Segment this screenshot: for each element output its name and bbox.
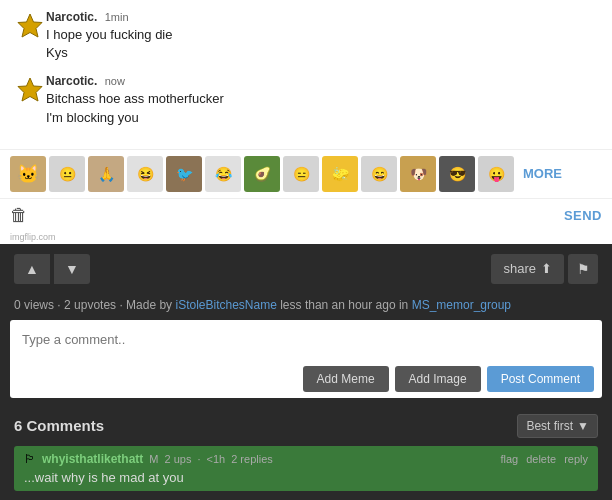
comment-meta: Narcotic. 1min [46,10,172,24]
comments-section: 6 Comments Best first ▼ 🏳 whyisthatliket… [0,406,612,500]
comment-body: Narcotic. now Bitchass hoe ass motherfuc… [46,74,224,126]
commenter-time-val: <1h [207,453,226,465]
commenter-username: whyisthatlikethatt [42,452,143,466]
share-label: share [503,261,536,276]
action-row: 🗑 SEND [0,199,612,232]
send-button[interactable]: SEND [564,208,602,223]
comment-text-line1: Bitchass hoe ass motherfucker [46,90,224,108]
emoji-dark[interactable]: 😎 [439,156,475,192]
emoji-bar: 🐱 😐 🙏 😆 🐦 😂 🥑 😑 🧽 😄 🐶 😎 😛 MORE [0,149,612,199]
comment-input[interactable] [10,320,602,360]
emoji-troll1[interactable]: 😐 [49,156,85,192]
emoji-avocado[interactable]: 🥑 [244,156,280,192]
highlighted-comment: 🏳 whyisthatlikethatt M 2 ups · <1h 2 rep… [14,446,598,491]
comment-username: Narcotic. [46,74,97,88]
delete-comment-link[interactable]: delete [526,453,556,465]
commenter-replies: 2 replies [231,453,273,465]
share-flag-group: share ⬆ ⚑ [491,254,598,284]
commenter-upvotes: 2 ups [165,453,192,465]
comment-time: now [105,75,125,87]
sort-dropdown[interactable]: Best first ▼ [517,414,598,438]
share-button[interactable]: share ⬆ [491,254,564,284]
emoji-bird[interactable]: 🐦 [166,156,202,192]
made-by-label: Made by [126,298,172,312]
share-icon: ⬆ [541,261,552,276]
stats-row: 0 views · 2 upvotes · Made by iStoleBitc… [0,294,612,320]
bottom-section: ▲ ▼ share ⬆ ⚑ 0 views · 2 upvotes · Made… [0,244,612,500]
comment-item: Narcotic. 1min I hope you fucking die Ky… [14,10,598,62]
commenter-rank: M [149,453,158,465]
svg-marker-0 [18,14,42,37]
comment-body: Narcotic. 1min I hope you fucking die Ky… [46,10,172,62]
commenter-time: · [197,453,200,465]
sort-label: Best first [526,419,573,433]
svg-marker-1 [18,78,42,101]
comment-buttons-row: Add Meme Add Image Post Comment [10,360,602,398]
emoji-jesus[interactable]: 🙏 [88,156,124,192]
comment-actions: flag delete reply [500,453,588,465]
emoji-troll4[interactable]: 😑 [283,156,319,192]
reply-comment-link[interactable]: reply [564,453,588,465]
trash-icon[interactable]: 🗑 [10,205,28,226]
upvote-button[interactable]: ▲ [14,254,50,284]
dark-comment-header: 🏳 whyisthatlikethatt M 2 ups · <1h 2 rep… [24,452,588,466]
flag-comment-link[interactable]: flag [500,453,518,465]
comment-input-area: Add Meme Add Image Post Comment [10,320,602,398]
comment-text: ...wait why is he mad at you [24,470,588,485]
comment-text-line2: Kys [46,44,172,62]
comment-item: Narcotic. now Bitchass hoe ass motherfuc… [14,74,598,126]
group-link[interactable]: MS_memor_group [412,298,511,312]
country-flag-icon: 🏳 [24,452,36,466]
emoji-more-button[interactable]: MORE [523,166,562,181]
comments-count: 6 Comments [14,417,104,434]
comment-time: 1min [105,11,129,23]
comment-meta: Narcotic. now [46,74,224,88]
vote-row: ▲ ▼ share ⬆ ⚑ [0,244,612,294]
comment-username: Narcotic. [46,10,97,24]
downvote-button[interactable]: ▼ [54,254,90,284]
meme-comments-area: Narcotic. 1min I hope you fucking die Ky… [0,0,612,149]
upvotes-count: 2 upvotes [64,298,116,312]
emoji-troll6[interactable]: 😛 [478,156,514,192]
add-image-button[interactable]: Add Image [395,366,481,392]
emoji-sponge[interactable]: 🧽 [322,156,358,192]
time-text: less than an hour ago in [280,298,408,312]
maker-username-link[interactable]: iStoleBitchesName [175,298,276,312]
avatar [14,10,46,42]
emoji-doge[interactable]: 🐶 [400,156,436,192]
flag-button[interactable]: ⚑ [568,254,598,284]
emoji-troll5[interactable]: 😄 [361,156,397,192]
views-count: 0 views [14,298,54,312]
emoji-troll3[interactable]: 😂 [205,156,241,192]
dark-comment-meta: 🏳 whyisthatlikethatt M 2 ups · <1h 2 rep… [24,452,273,466]
avatar [14,74,46,106]
watermark: imgflip.com [0,232,612,244]
comments-header: 6 Comments Best first ▼ [14,414,598,438]
comment-text-line1: I hope you fucking die [46,26,172,44]
emoji-cat[interactable]: 🐱 [10,156,46,192]
comment-text-line2: I'm blocking you [46,109,224,127]
emoji-troll2[interactable]: 😆 [127,156,163,192]
chevron-down-icon: ▼ [577,419,589,433]
add-meme-button[interactable]: Add Meme [303,366,389,392]
vote-buttons: ▲ ▼ [14,254,90,284]
post-comment-button[interactable]: Post Comment [487,366,594,392]
